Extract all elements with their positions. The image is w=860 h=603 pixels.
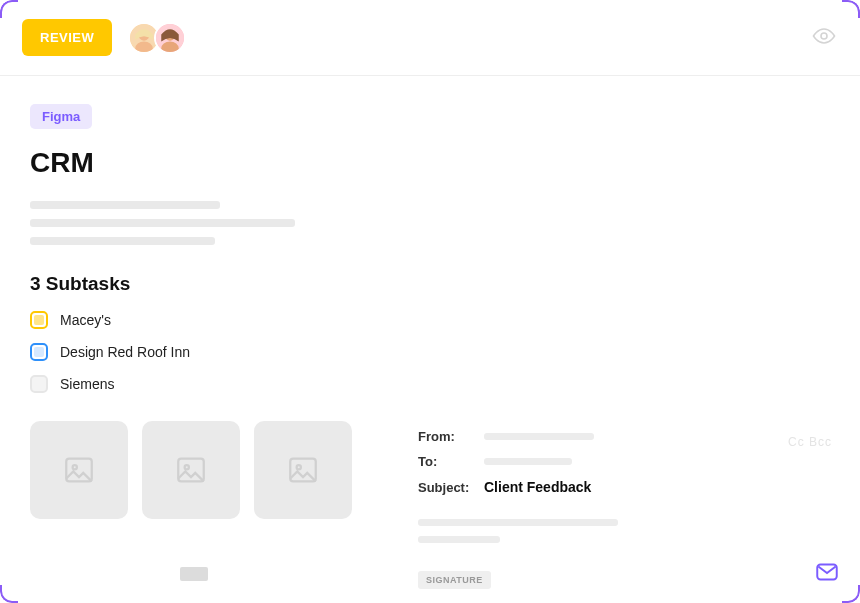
- mail-icon[interactable]: [814, 559, 840, 589]
- email-to-value-placeholder[interactable]: [484, 458, 572, 465]
- signature-chip[interactable]: SIGNATURE: [418, 571, 491, 589]
- description-placeholder: [30, 201, 220, 209]
- svg-point-10: [185, 465, 189, 469]
- review-button[interactable]: REVIEW: [22, 19, 112, 56]
- email-compose-panel: Cc Bcc From: To: Subject: Client Feedbac…: [402, 417, 840, 589]
- svg-point-8: [73, 465, 77, 469]
- page-title: CRM: [30, 147, 830, 179]
- header-bar: REVIEW: [0, 0, 860, 76]
- subtask-label: Design Red Roof Inn: [60, 344, 190, 360]
- avatar-stack[interactable]: [128, 22, 186, 54]
- email-from-value-placeholder[interactable]: [484, 433, 594, 440]
- email-body-placeholder[interactable]: [418, 536, 500, 543]
- email-from-label: From:: [418, 429, 474, 444]
- attachment-thumbnail[interactable]: [142, 421, 240, 519]
- checkbox-icon[interactable]: [30, 343, 48, 361]
- checkbox-icon[interactable]: [30, 311, 48, 329]
- email-to-label: To:: [418, 454, 474, 469]
- svg-point-6: [821, 33, 827, 39]
- cc-bcc-toggle[interactable]: Cc Bcc: [788, 435, 832, 449]
- email-subject-value[interactable]: Client Feedback: [484, 479, 591, 495]
- email-body-placeholder[interactable]: [418, 519, 618, 526]
- subtask-label: Siemens: [60, 376, 114, 392]
- subtask-item[interactable]: Design Red Roof Inn: [30, 343, 830, 361]
- subtask-item[interactable]: Macey's: [30, 311, 830, 329]
- attachment-thumbnail[interactable]: [30, 421, 128, 519]
- checkbox-icon[interactable]: [30, 375, 48, 393]
- subtask-label: Macey's: [60, 312, 111, 328]
- svg-point-12: [297, 465, 301, 469]
- email-subject-label: Subject:: [418, 480, 474, 495]
- subtask-item[interactable]: Siemens: [30, 375, 830, 393]
- description-placeholder: [30, 237, 215, 245]
- project-tag[interactable]: Figma: [30, 104, 92, 129]
- subtasks-heading: 3 Subtasks: [30, 273, 830, 295]
- description-placeholder: [30, 219, 295, 227]
- visibility-icon[interactable]: [812, 24, 836, 52]
- avatar[interactable]: [154, 22, 186, 54]
- attachment-thumbnail[interactable]: [254, 421, 352, 519]
- footer-placeholder: [180, 567, 208, 581]
